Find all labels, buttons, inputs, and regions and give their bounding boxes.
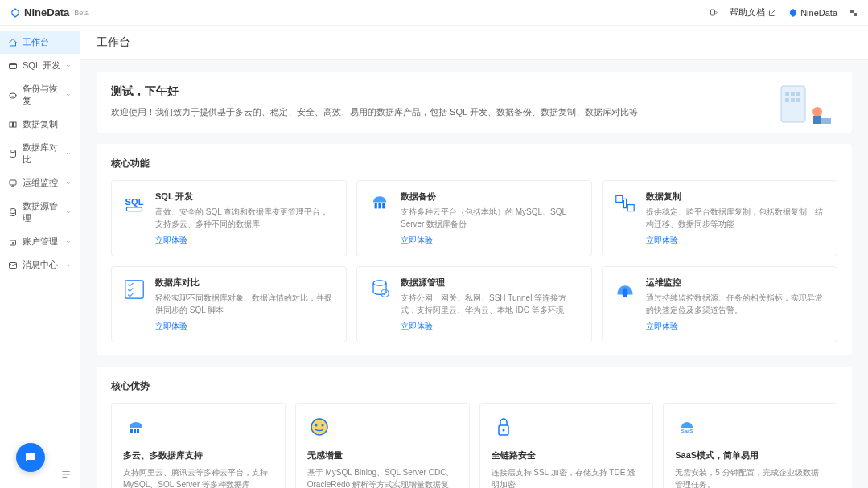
chevron-down-icon <box>65 150 72 157</box>
sidebar-label-2: 备份与恢复 <box>23 83 65 107</box>
feature-desc-3: 轻松实现不同数据库对象、数据详情的对比，并提供同步的 SQL 脚本 <box>155 292 336 316</box>
svg-rect-8 <box>10 180 16 185</box>
svg-rect-13 <box>781 86 805 122</box>
advantage-title-3: SaaS模式，简单易用 <box>675 449 825 461</box>
sidebar-item-4[interactable]: 数据库对比 <box>0 136 80 171</box>
notification-icon[interactable] <box>709 8 718 18</box>
chevron-down-icon <box>65 262 72 269</box>
language-icon[interactable] <box>849 8 858 18</box>
svg-rect-21 <box>813 116 821 124</box>
sidebar-item-1[interactable]: SQL 开发 <box>0 54 80 77</box>
svg-rect-5 <box>10 122 13 127</box>
page-title: 工作台 <box>80 26 868 60</box>
feature-desc-0: 高效、安全的 SQL 查询和数据库变更管理平台，支持多云、多种不同的数据库 <box>155 206 336 230</box>
feature-try-link-5[interactable]: 立即体验 <box>646 321 827 332</box>
advantage-card-1: 无感增量 基于 MySQL Binlog、SQL Server CDC、Orac… <box>295 403 470 488</box>
svg-point-20 <box>812 107 822 117</box>
svg-rect-19 <box>796 98 800 102</box>
advantage-icon-1 <box>307 415 331 439</box>
sidebar-icon-8 <box>8 260 18 270</box>
sidebar-item-7[interactable]: 账户管理 <box>0 230 80 253</box>
sidebar-label-3: 数据复制 <box>23 118 72 130</box>
user-name: NineData <box>800 8 837 18</box>
svg-point-39 <box>321 424 323 426</box>
advantages-title: 核心优势 <box>111 379 837 393</box>
logo-area[interactable]: NineData Beta <box>10 6 89 18</box>
main-content: 工作台 测试，下午好 欢迎使用！我们致力于提供基于多云的、稳定、安全、高效、易用… <box>80 26 868 488</box>
sidebar-item-6[interactable]: 数据源管理 <box>0 195 80 230</box>
feature-try-link-3[interactable]: 立即体验 <box>155 321 336 332</box>
feature-try-link-4[interactable]: 立即体验 <box>401 321 582 332</box>
svg-rect-27 <box>382 203 385 208</box>
feature-card-0: SQL SQL 开发 高效、安全的 SQL 查询和数据库变更管理平台，支持多云、… <box>111 180 347 256</box>
advantage-desc-3: 无需安装，5 分钟配置，完成企业级数据管理任务。 <box>675 466 825 488</box>
sidebar-label-8: 消息中心 <box>23 259 65 271</box>
feature-card-4: 数据源管理 支持公网、网关、私网、SSH Tunnel 等连接方式，支持阿里云、… <box>356 266 592 342</box>
sidebar-item-3[interactable]: 数据复制 <box>0 113 80 136</box>
advantage-icon-0 <box>123 415 147 439</box>
svg-rect-29 <box>627 204 634 211</box>
advantage-card-2: 全链路安全 连接层支持 SSL 加密，存储支持 TDE 透明加密 <box>479 403 654 488</box>
feature-try-link-2[interactable]: 立即体验 <box>646 235 827 246</box>
feature-icon-5 <box>612 277 638 302</box>
help-docs-link[interactable]: 帮助文档 <box>730 6 777 18</box>
feature-card-3: 数据库对比 轻松实现不同数据库对象、数据详情的对比，并提供同步的 SQL 脚本 … <box>111 266 347 342</box>
feature-desc-4: 支持公网、网关、私网、SSH Tunnel 等连接方式，支持阿里云、华为云、本地… <box>401 292 582 316</box>
advantage-icon-3: SaaS <box>675 415 699 439</box>
sidebar-icon-5 <box>8 178 18 188</box>
sidebar-icon-4 <box>8 149 18 158</box>
svg-point-9 <box>10 209 16 211</box>
feature-try-link-1[interactable]: 立即体验 <box>401 235 582 246</box>
chevron-down-icon <box>65 63 72 69</box>
svg-rect-36 <box>137 429 139 433</box>
chevron-down-icon <box>65 92 72 98</box>
feature-title-1: 数据备份 <box>401 191 582 203</box>
svg-point-4 <box>10 93 16 96</box>
sidebar-item-8[interactable]: 消息中心 <box>0 253 80 277</box>
top-header: NineData Beta 帮助文档 NineData <box>0 0 868 26</box>
greeting-text: 测试，下午好 <box>111 84 837 99</box>
svg-point-41 <box>502 429 504 431</box>
advantage-icon-2 <box>492 415 516 439</box>
sidebar: 工作台 SQL 开发 备份与恢复 数据复制 数据库对比 运维监控 数据源管理 账… <box>0 26 80 488</box>
header-right: 帮助文档 NineData <box>709 6 858 18</box>
feature-icon-3 <box>121 277 147 302</box>
sidebar-icon-6 <box>8 207 18 217</box>
svg-rect-1 <box>850 10 854 13</box>
svg-rect-28 <box>616 195 623 202</box>
sidebar-label-5: 运维监控 <box>23 177 65 189</box>
sidebar-icon-3 <box>8 120 18 129</box>
advantage-title-0: 多云、多数据库支持 <box>123 449 274 461</box>
brand-logo-icon <box>10 7 21 18</box>
svg-rect-0 <box>711 10 715 15</box>
advantage-desc-0: 支持阿里云、腾讯云等多种云平台，支持 MySQL、SQL Server 等多种数… <box>123 466 274 488</box>
svg-rect-3 <box>10 63 17 68</box>
feature-title-0: SQL 开发 <box>155 191 336 203</box>
svg-point-37 <box>311 419 327 435</box>
sidebar-collapse-icon[interactable] <box>60 469 72 480</box>
svg-rect-26 <box>378 203 381 208</box>
feature-try-link-0[interactable]: 立即体验 <box>155 235 336 246</box>
sidebar-item-0[interactable]: 工作台 <box>0 31 80 54</box>
svg-rect-17 <box>785 98 789 102</box>
core-features-title: 核心功能 <box>111 157 837 170</box>
sidebar-label-7: 账户管理 <box>23 236 65 248</box>
help-docs-label: 帮助文档 <box>730 6 765 18</box>
feature-title-3: 数据库对比 <box>155 277 336 289</box>
sidebar-icon-0 <box>8 38 18 47</box>
sidebar-label-1: SQL 开发 <box>23 59 65 72</box>
chat-support-button[interactable] <box>16 443 45 472</box>
feature-icon-2 <box>612 191 638 216</box>
svg-point-31 <box>373 280 386 285</box>
svg-rect-33 <box>623 288 627 297</box>
sidebar-label-0: 工作台 <box>23 36 72 48</box>
sidebar-item-2[interactable]: 备份与恢复 <box>0 77 80 113</box>
svg-rect-16 <box>796 92 800 96</box>
advantage-title-1: 无感增量 <box>307 449 458 461</box>
user-menu[interactable]: NineData <box>788 8 837 18</box>
svg-rect-24 <box>126 207 142 211</box>
svg-text:SaaS: SaaS <box>681 429 693 433</box>
chevron-down-icon <box>65 180 72 187</box>
welcome-message: 欢迎使用！我们致力于提供基于多云的、稳定、安全、高效、易用的数据库产品，包括 S… <box>111 105 837 120</box>
sidebar-item-5[interactable]: 运维监控 <box>0 171 80 195</box>
